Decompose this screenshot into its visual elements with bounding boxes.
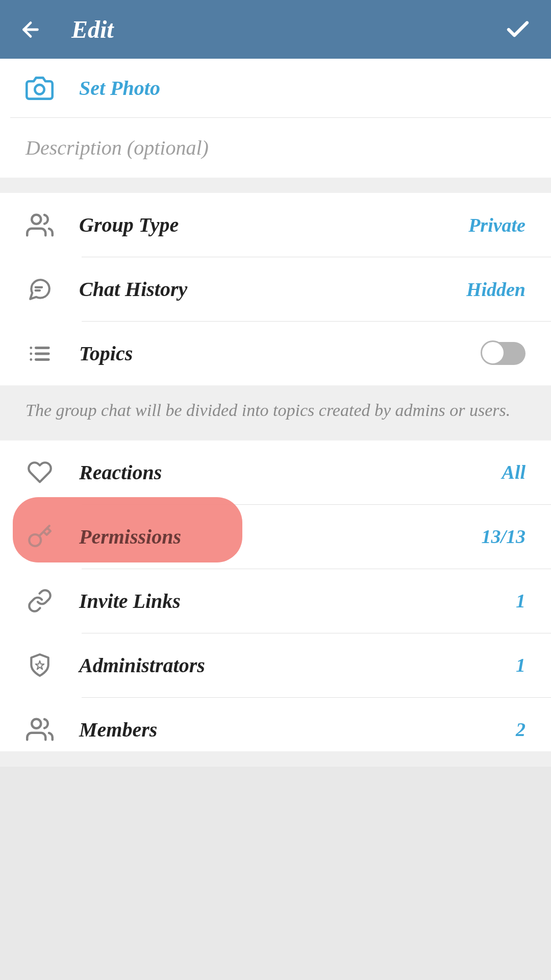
arrow-left-icon — [19, 18, 42, 41]
people-icon — [26, 211, 54, 239]
camera-icon — [26, 74, 54, 102]
topics-info-text: The group chat will be divided into topi… — [0, 385, 551, 440]
section-gap — [0, 751, 551, 767]
reactions-label: Reactions — [79, 460, 477, 484]
shield-star-icon — [26, 651, 54, 679]
chat-history-label: Chat History — [79, 277, 441, 301]
section-gap — [0, 178, 551, 193]
header-bar: Edit — [0, 0, 551, 59]
description-placeholder: Description (optional) — [26, 136, 525, 160]
chat-history-value: Hidden — [466, 278, 525, 301]
group-type-label: Group Type — [79, 213, 443, 237]
confirm-button[interactable] — [503, 14, 533, 45]
permissions-row[interactable]: Permissions 13/13 — [0, 505, 551, 569]
header-title: Edit — [71, 15, 503, 43]
topics-toggle[interactable] — [482, 342, 525, 365]
description-input[interactable]: Description (optional) — [0, 118, 551, 178]
topics-row[interactable]: Topics — [0, 322, 551, 385]
svg-marker-11 — [35, 661, 44, 670]
list-icon — [26, 339, 54, 368]
toggle-knob — [481, 340, 505, 365]
message-icon — [26, 275, 54, 303]
topics-label: Topics — [79, 341, 457, 365]
group-type-row[interactable]: Group Type Private — [0, 193, 551, 257]
management-section: Reactions All Permissions 13/13 Invite L… — [0, 440, 551, 751]
invite-links-row[interactable]: Invite Links 1 — [0, 569, 551, 633]
set-photo-label: Set Photo — [79, 76, 160, 100]
people-icon — [26, 716, 54, 744]
heart-icon — [26, 458, 54, 486]
svg-point-12 — [32, 719, 41, 728]
members-label: Members — [79, 718, 490, 742]
administrators-label: Administrators — [79, 653, 490, 677]
settings-section: Group Type Private Chat History Hidden T… — [0, 193, 551, 385]
chat-history-row[interactable]: Chat History Hidden — [0, 257, 551, 321]
permissions-value: 13/13 — [481, 525, 525, 548]
group-type-value: Private — [468, 214, 525, 236]
photo-section: Set Photo Description (optional) — [0, 59, 551, 178]
key-icon — [26, 523, 54, 551]
set-photo-row[interactable]: Set Photo — [0, 59, 551, 117]
invite-links-value: 1 — [516, 590, 525, 612]
reactions-row[interactable]: Reactions All — [0, 440, 551, 504]
reactions-value: All — [502, 461, 525, 483]
invite-links-label: Invite Links — [79, 589, 490, 613]
svg-point-0 — [35, 85, 44, 94]
members-value: 2 — [516, 718, 525, 741]
administrators-row[interactable]: Administrators 1 — [0, 633, 551, 697]
permissions-label: Permissions — [79, 525, 456, 549]
members-row[interactable]: Members 2 — [0, 698, 551, 751]
link-icon — [26, 587, 54, 615]
back-button[interactable] — [18, 17, 43, 42]
administrators-value: 1 — [516, 654, 525, 676]
check-icon — [504, 16, 532, 43]
svg-point-2 — [32, 214, 41, 224]
